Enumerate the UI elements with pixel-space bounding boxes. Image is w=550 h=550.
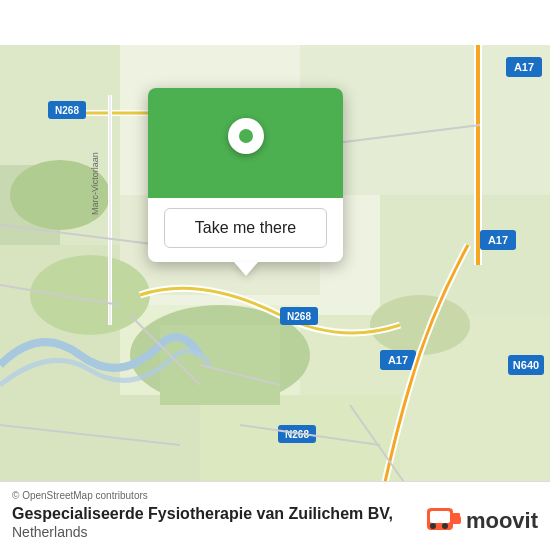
svg-point-12 [30,255,150,335]
map-container: A17 A17 A17 N640 N268 N268 N268 N268 [0,0,550,550]
pin-dot [239,129,253,143]
svg-text:N268: N268 [287,311,311,322]
popup-button-area: Take me there [148,198,343,262]
svg-rect-49 [430,511,450,523]
svg-text:A17: A17 [514,61,534,73]
bottom-info-bar: © OpenStreetMap contributors Gespecialis… [0,481,550,550]
moovit-logo: moovit [425,502,538,540]
svg-text:N268: N268 [55,105,79,116]
place-name: Gespecialiseerde Fysiotherapie van Zuili… [12,505,393,523]
map-pin [226,118,266,168]
moovit-icon [425,502,463,540]
moovit-text: moovit [466,508,538,534]
svg-rect-52 [451,516,461,524]
svg-rect-53 [452,513,460,517]
location-popup: Take me there [148,88,343,262]
map-attribution: © OpenStreetMap contributors [12,490,538,501]
svg-text:N640: N640 [513,359,539,371]
svg-point-51 [442,523,448,529]
take-me-there-button[interactable]: Take me there [164,208,327,248]
map-background: A17 A17 A17 N640 N268 N268 N268 N268 [0,0,550,550]
svg-text:Marc-Victorlaan: Marc-Victorlaan [90,152,100,215]
place-country: Netherlands [12,524,393,540]
attribution-text: © OpenStreetMap contributors [12,490,148,501]
pin-head [228,118,264,154]
popup-map-area [148,88,343,198]
place-info: Gespecialiseerde Fysiotherapie van Zuili… [12,505,393,540]
svg-point-50 [430,523,436,529]
svg-text:A17: A17 [488,234,508,246]
svg-text:A17: A17 [388,354,408,366]
